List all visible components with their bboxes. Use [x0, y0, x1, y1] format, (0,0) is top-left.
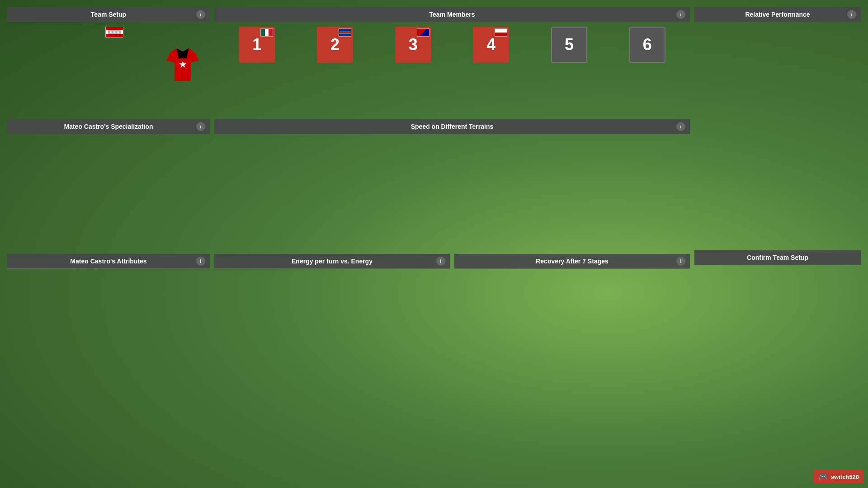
switch-icon: 🎮 — [818, 472, 828, 482]
jersey-preview: ★ — [160, 42, 205, 87]
recovery-info[interactable]: i — [676, 257, 685, 266]
spec-header: Mateo Castro's Specialization i — [7, 119, 210, 134]
member-2-flag — [339, 28, 351, 37]
recovery-header: Recovery After 7 Stages i — [454, 254, 690, 269]
recovery-title: Recovery After 7 Stages — [536, 258, 609, 265]
perf-header: Relative Performance i — [694, 7, 861, 22]
member-1-flag — [260, 28, 273, 37]
team-setup-header: Team Setup i — [7, 7, 210, 22]
attr-title: Mateo Castro's Attributes — [70, 258, 146, 265]
svg-marker-1 — [177, 48, 189, 59]
switch-badge: 🎮 switch520 — [814, 470, 863, 483]
team-flag: ★★★ — [105, 27, 123, 38]
member-3-number: 3 — [409, 35, 418, 54]
perf-info[interactable]: i — [847, 10, 856, 19]
member-1-number: 1 — [252, 35, 261, 54]
terrain-info[interactable]: i — [676, 122, 685, 131]
member-2-box[interactable]: 2 — [317, 27, 353, 63]
member-6-number: 6 — [643, 35, 652, 54]
energy-chart-info[interactable]: i — [436, 257, 445, 266]
member-4-flag — [495, 28, 507, 37]
confirm-title: Confirm Team Setup — [747, 254, 808, 261]
member-4-box[interactable]: 4 — [473, 27, 509, 63]
terrain-header: Speed on Different Terrains i — [214, 119, 690, 134]
spec-info[interactable]: i — [196, 122, 205, 131]
member-5-box[interactable]: 5 — [551, 27, 587, 63]
spec-title: Mateo Castro's Specialization — [64, 123, 153, 130]
member-6-box[interactable]: 6 — [629, 27, 665, 63]
attr-header: Mateo Castro's Attributes i — [7, 254, 210, 269]
terrain-title: Speed on Different Terrains — [411, 123, 494, 130]
perf-title: Relative Performance — [745, 11, 810, 18]
member-2-number: 2 — [330, 35, 340, 54]
members-header: Team Members i — [214, 7, 690, 22]
member-3-box[interactable]: 3 — [395, 27, 431, 63]
energy-chart-title: Energy per turn vs. Energy — [292, 258, 373, 265]
members-title: Team Members — [429, 11, 475, 18]
member-3-flag — [417, 28, 429, 37]
svg-text:★: ★ — [179, 60, 187, 69]
member-5-number: 5 — [565, 35, 574, 54]
attr-info[interactable]: i — [196, 257, 205, 266]
energy-chart-header: Energy per turn vs. Energy i — [214, 254, 450, 269]
member-4-number: 4 — [486, 35, 495, 54]
switch-label: switch520 — [831, 474, 859, 480]
member-1-box[interactable]: 1 — [239, 27, 275, 63]
team-setup-info[interactable]: i — [196, 10, 205, 19]
team-setup-title: Team Setup — [91, 11, 126, 18]
members-info[interactable]: i — [676, 10, 685, 19]
confirm-header: Confirm Team Setup — [694, 250, 861, 265]
